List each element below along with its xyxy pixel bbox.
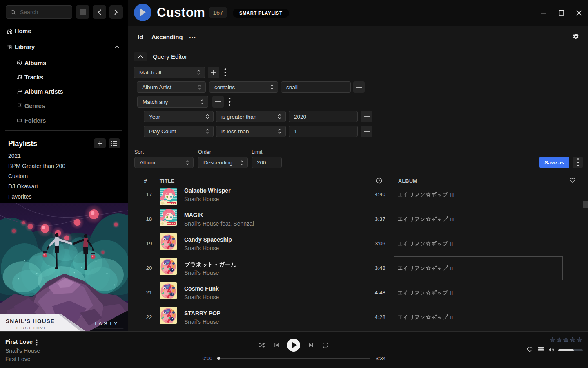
svg-text:III: III	[450, 216, 454, 222]
svg-text:SNAIL'S HOUSE: SNAIL'S HOUSE	[6, 318, 55, 324]
svg-text:II: II	[450, 314, 453, 321]
svg-text:II: II	[450, 290, 453, 296]
svg-text:III: III	[450, 192, 454, 198]
svg-text:FIRST LOVE: FIRST LOVE	[16, 325, 47, 330]
svg-text:TASTY: TASTY	[94, 321, 119, 327]
svg-text:II: II	[450, 241, 453, 247]
